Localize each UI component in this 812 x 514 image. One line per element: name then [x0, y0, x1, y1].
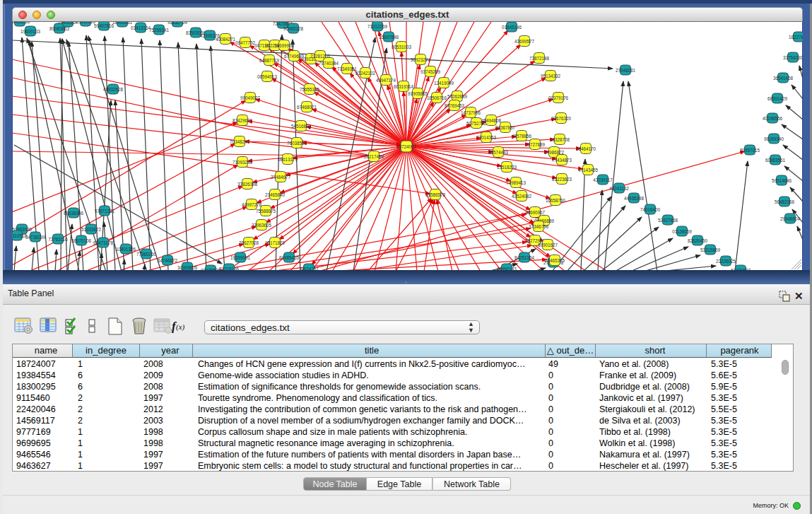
- svg-text:37346706: 37346706: [529, 224, 549, 229]
- svg-text:34309805: 34309805: [177, 265, 198, 270]
- svg-text:89638346: 89638346: [64, 211, 84, 216]
- svg-text:83242102: 83242102: [355, 71, 376, 76]
- svg-text:91905865: 91905865: [408, 91, 428, 96]
- svg-text:13518233: 13518233: [497, 165, 517, 170]
- svg-text:74016400: 74016400: [640, 207, 661, 212]
- svg-text:59514846: 59514846: [772, 178, 792, 183]
- svg-text:44935348: 44935348: [624, 196, 645, 201]
- svg-text:64746872: 64746872: [158, 258, 178, 263]
- svg-text:75588675: 75588675: [256, 209, 276, 214]
- svg-text:61586578: 61586578: [425, 192, 446, 197]
- svg-text:33963605: 33963605: [252, 223, 272, 228]
- svg-text:40084271: 40084271: [216, 37, 236, 42]
- svg-text:27048281: 27048281: [616, 68, 636, 73]
- svg-text:95134332: 95134332: [541, 74, 561, 78]
- svg-text:57986872: 57986872: [544, 150, 565, 155]
- svg-text:01845146: 01845146: [502, 25, 522, 30]
- svg-text:19399091: 19399091: [230, 255, 251, 260]
- svg-text:98169340: 98169340: [764, 136, 784, 141]
- svg-text:37826398: 37826398: [237, 182, 258, 187]
- svg-text:80531003: 80531003: [392, 45, 412, 49]
- svg-text:80957015: 80957015: [740, 148, 760, 153]
- svg-text:56670106: 56670106: [71, 238, 92, 243]
- svg-text:26217459: 26217459: [364, 154, 384, 159]
- svg-text:16328708: 16328708: [550, 137, 570, 142]
- svg-text:19600133: 19600133: [20, 29, 41, 34]
- svg-text:36690967: 36690967: [525, 210, 546, 215]
- svg-text:84251354: 84251354: [514, 255, 535, 260]
- svg-text:43524082: 43524082: [512, 194, 532, 199]
- svg-text:77434873: 77434873: [552, 158, 572, 163]
- svg-text:18724007: 18724007: [396, 144, 417, 149]
- svg-text:59407816: 59407816: [94, 23, 114, 28]
- svg-text:16658760: 16658760: [546, 198, 566, 203]
- svg-text:85574443: 85574443: [488, 150, 509, 155]
- svg-text:93745299: 93745299: [420, 69, 441, 74]
- svg-text:96965328: 96965328: [283, 26, 304, 31]
- svg-text:64887719: 64887719: [259, 58, 280, 63]
- svg-text:75255341: 75255341: [149, 28, 170, 33]
- svg-text:60883561: 60883561: [765, 158, 786, 163]
- svg-text:66319314: 66319314: [394, 84, 414, 89]
- svg-text:53315869: 53315869: [700, 247, 721, 252]
- svg-text:79740344: 79740344: [319, 61, 339, 66]
- svg-text:09477752: 09477752: [235, 40, 256, 45]
- svg-text:01128059: 01128059: [672, 229, 692, 234]
- svg-text:10433218: 10433218: [12, 22, 30, 24]
- svg-text:71349361: 71349361: [337, 66, 358, 71]
- svg-text:87769453: 87769453: [445, 103, 465, 108]
- svg-text:75655125: 75655125: [300, 87, 320, 92]
- svg-text:30923271: 30923271: [411, 57, 431, 62]
- svg-text:62473178: 62473178: [93, 240, 114, 245]
- svg-text:54516808: 54516808: [291, 124, 312, 129]
- svg-text:52427868: 52427868: [658, 218, 678, 223]
- svg-text:71012269: 71012269: [367, 24, 388, 29]
- svg-text:56464170: 56464170: [576, 146, 596, 151]
- svg-text:87429671: 87429671: [233, 118, 253, 123]
- svg-text:18506716: 18506716: [427, 95, 447, 100]
- svg-text:18227824: 18227824: [789, 35, 803, 40]
- svg-text:40196556: 40196556: [763, 116, 783, 121]
- svg-text:45494808: 45494808: [481, 118, 502, 123]
- svg-text:36541458: 36541458: [773, 76, 794, 81]
- svg-text:41241182: 41241182: [609, 186, 629, 191]
- svg-text:95171870: 95171870: [265, 240, 286, 245]
- svg-text:79402654: 79402654: [58, 22, 78, 25]
- svg-text:67468071: 67468071: [297, 105, 317, 110]
- svg-text:76627028: 76627028: [239, 240, 259, 245]
- svg-text:34738299: 34738299: [25, 235, 46, 240]
- svg-text:10801326: 10801326: [116, 247, 136, 252]
- svg-text:44997278: 44997278: [242, 202, 262, 207]
- svg-text:69901627: 69901627: [538, 243, 558, 247]
- svg-text:27484677: 27484677: [271, 175, 291, 180]
- svg-text:23511615: 23511615: [76, 22, 95, 24]
- svg-text:56482366: 56482366: [775, 199, 795, 204]
- svg-text:12419049: 12419049: [434, 81, 454, 86]
- svg-text:70348247: 70348247: [230, 139, 250, 144]
- svg-text:82620450: 82620450: [688, 238, 708, 243]
- svg-text:33754330: 33754330: [783, 55, 803, 60]
- svg-text:00379176: 00379176: [548, 95, 569, 100]
- svg-text:18699938: 18699938: [274, 43, 295, 48]
- svg-text:21465840: 21465840: [265, 192, 286, 197]
- svg-text:43039117: 43039117: [593, 177, 613, 182]
- svg-text:14737996: 14737996: [461, 110, 481, 115]
- svg-text:71093248: 71093248: [233, 160, 253, 165]
- svg-text:73763116: 73763116: [48, 237, 68, 242]
- svg-text:48932528: 48932528: [103, 87, 124, 92]
- svg-text:(x): (x): [176, 322, 185, 332]
- svg-text:31727889: 31727889: [525, 142, 546, 147]
- svg-text:51333872: 51333872: [81, 227, 102, 232]
- svg-text:57262849: 57262849: [447, 94, 468, 99]
- svg-text:43699577: 43699577: [514, 39, 535, 44]
- svg-text:81223623: 81223623: [552, 177, 572, 182]
- svg-text:03413164: 03413164: [131, 25, 151, 30]
- svg-text:77014363: 77014363: [476, 135, 497, 140]
- svg-text:23226025: 23226025: [716, 259, 736, 264]
- svg-text:16697848: 16697848: [379, 35, 399, 40]
- svg-text:76038597: 76038597: [287, 141, 307, 146]
- svg-text:68501429: 68501429: [767, 96, 788, 101]
- svg-text:69985435: 69985435: [279, 255, 300, 260]
- svg-text:18495931: 18495931: [112, 22, 133, 25]
- svg-text:92832764: 92832764: [167, 22, 188, 25]
